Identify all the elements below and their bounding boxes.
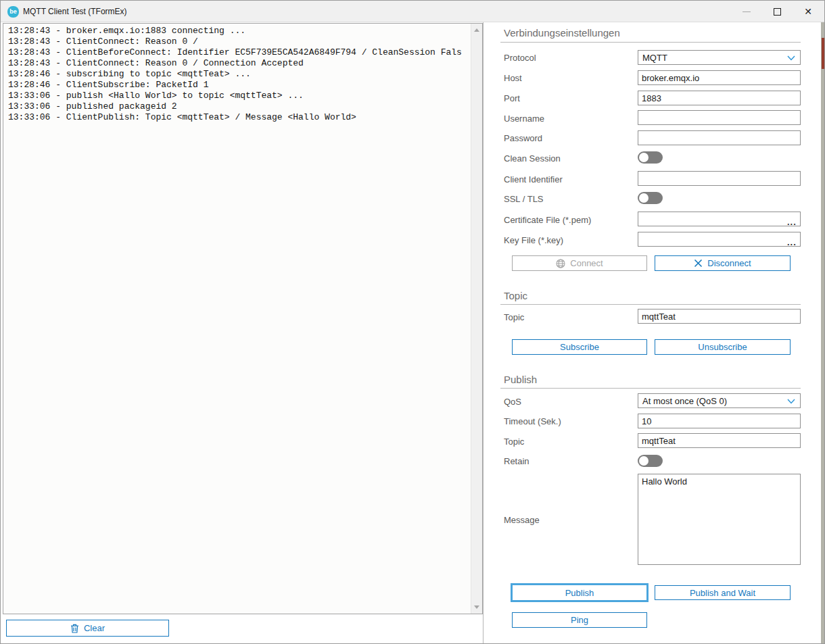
- log-line: 13:33:06 - publish <Hallo World> to topi…: [8, 91, 471, 101]
- log-line: 13:33:06 - ClientPublish: Topic <mqttTea…: [8, 112, 471, 123]
- protocol-selected-value: MQTT: [642, 53, 667, 63]
- toggle-knob: [639, 193, 649, 203]
- log-line: 13:28:46 - subscribing to topic <mqttTea…: [8, 69, 471, 80]
- ping-button-label: Ping: [571, 615, 588, 625]
- section-divider: [500, 304, 801, 305]
- protocol-label: Protocol: [504, 53, 536, 63]
- publish-and-wait-button-label: Publish and Wait: [690, 588, 755, 598]
- topic-input[interactable]: [638, 309, 801, 324]
- clear-button-label: Clear: [84, 623, 105, 633]
- retain-label: Retain: [504, 456, 529, 466]
- panel-scrollbar-thumb[interactable]: [822, 38, 824, 69]
- key-file-browse-button[interactable]: ...: [787, 239, 797, 246]
- ssl-tls-label: SSL / TLS: [504, 194, 544, 204]
- toggle-knob: [639, 456, 649, 466]
- close-icon: ✕: [804, 7, 812, 16]
- connection-section-title: Verbindungseinstellungen: [504, 27, 620, 39]
- window-title: MQTT Client Test (TFormEx): [23, 7, 127, 16]
- ping-button[interactable]: Ping: [512, 612, 647, 628]
- timeout-label: Timeout (Sek.): [504, 416, 561, 426]
- key-file-label: Key File (*.key): [504, 235, 563, 245]
- qos-select[interactable]: At most once (QoS 0): [638, 393, 801, 408]
- log-line: 13:28:46 - ClientSubscribe: PacketId 1: [8, 80, 471, 91]
- publish-section-title: Publish: [504, 374, 537, 385]
- qos-selected-value: At most once (QoS 0): [642, 396, 727, 406]
- client-identifier-label: Client Identifier: [504, 174, 563, 184]
- password-label: Password: [504, 133, 542, 143]
- host-input[interactable]: [638, 70, 801, 85]
- section-divider: [500, 42, 801, 43]
- publish-topic-label: Topic: [504, 437, 524, 447]
- connect-button[interactable]: Connect: [512, 255, 647, 271]
- publish-topic-input[interactable]: [638, 433, 801, 448]
- subscribe-button-label: Subscribe: [560, 342, 599, 352]
- subscribe-button[interactable]: Subscribe: [512, 339, 647, 355]
- publish-button-label: Publish: [565, 588, 594, 598]
- log-memo[interactable]: 13:28:43 - broker.emqx.io:1883 connectin…: [3, 23, 483, 614]
- topic-label: Topic: [504, 312, 524, 322]
- title-bar: be MQTT Client Test (TFormEx) ✕: [1, 1, 824, 22]
- certificate-file-label: Certificate File (*.pem): [504, 215, 591, 225]
- port-input[interactable]: [638, 91, 801, 105]
- close-button[interactable]: ✕: [795, 1, 822, 22]
- message-label: Message: [504, 515, 540, 525]
- publish-button[interactable]: Publish: [511, 583, 649, 602]
- scroll-down-icon[interactable]: [474, 605, 479, 609]
- x-icon: [694, 259, 703, 268]
- minimize-button[interactable]: [733, 1, 760, 22]
- host-label: Host: [504, 73, 522, 83]
- key-file-input[interactable]: [638, 232, 801, 247]
- trash-icon: [70, 624, 79, 633]
- port-label: Port: [504, 93, 520, 103]
- clear-button[interactable]: Clear: [6, 620, 169, 637]
- protocol-select[interactable]: MQTT: [638, 50, 801, 65]
- message-textarea[interactable]: Hallo World: [638, 474, 801, 565]
- log-text: 13:28:43 - broker.emqx.io:1883 connectin…: [3, 24, 471, 614]
- ssl-tls-toggle[interactable]: [638, 192, 663, 204]
- log-scrollbar[interactable]: [471, 24, 482, 614]
- globe-icon: [556, 259, 565, 268]
- certificate-file-input[interactable]: [638, 212, 801, 226]
- disconnect-button[interactable]: Disconnect: [655, 255, 791, 271]
- log-line: 13:33:06 - published packageid 2: [8, 101, 471, 112]
- timeout-input[interactable]: [638, 414, 801, 428]
- app-icon: be: [7, 6, 19, 18]
- toggle-knob: [639, 153, 649, 162]
- log-line: 13:28:43 - ClientBeforeConnect: Identifi…: [8, 47, 471, 58]
- maximize-icon: [774, 8, 781, 16]
- connect-button-label: Connect: [570, 258, 603, 268]
- minimize-icon: [742, 11, 751, 12]
- section-divider: [500, 388, 801, 389]
- publish-and-wait-button[interactable]: Publish and Wait: [655, 585, 791, 600]
- username-label: Username: [504, 114, 544, 124]
- certificate-browse-button[interactable]: ...: [787, 219, 797, 226]
- maximize-button[interactable]: [763, 1, 791, 22]
- app-window: be MQTT Client Test (TFormEx) ✕ 13:28:43…: [0, 0, 825, 644]
- clean-session-toggle[interactable]: [638, 151, 663, 164]
- topic-section-title: Topic: [504, 290, 527, 301]
- retain-toggle[interactable]: [638, 455, 663, 467]
- scroll-up-icon[interactable]: [474, 28, 479, 32]
- username-input[interactable]: [638, 110, 801, 125]
- log-line: 13:28:43 - ClientConnect: Reason 0 /: [8, 36, 471, 47]
- unsubscribe-button[interactable]: Unsubscribe: [655, 339, 791, 355]
- chevron-down-icon: [787, 399, 795, 404]
- panel-scrollbar[interactable]: [821, 22, 825, 644]
- chevron-down-icon: [787, 55, 795, 61]
- log-line: 13:28:43 - ClientConnect: Reason 0 / Con…: [8, 58, 471, 69]
- unsubscribe-button-label: Unsubscribe: [698, 342, 747, 352]
- client-identifier-input[interactable]: [638, 171, 801, 186]
- clean-session-label: Clean Session: [504, 153, 561, 164]
- password-input[interactable]: [638, 130, 801, 145]
- log-line: 13:28:43 - broker.emqx.io:1883 connectin…: [8, 26, 471, 36]
- disconnect-button-label: Disconnect: [707, 258, 751, 268]
- qos-label: QoS: [504, 397, 521, 407]
